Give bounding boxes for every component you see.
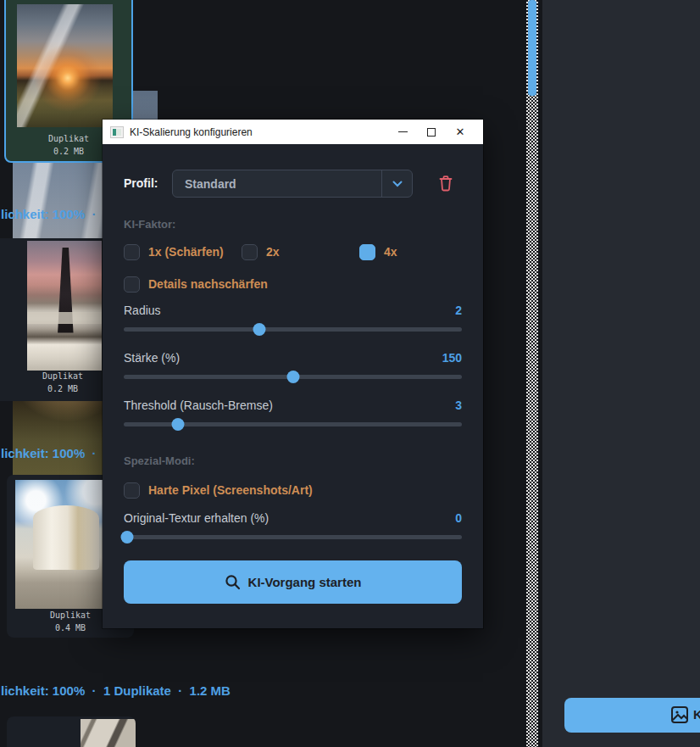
similarity-row-3: lichkeit: 100% · 1 Duplikate · 1.2 MB xyxy=(1,683,231,698)
strength-slider[interactable] xyxy=(124,375,462,379)
threshold-slider[interactable] xyxy=(124,422,462,426)
chevron-down-icon[interactable] xyxy=(381,170,412,197)
dialog-title: KI-Skalierung konfigurieren xyxy=(130,126,388,138)
radius-row: Radius 2 xyxy=(124,304,462,319)
checkbox-hard-pixel[interactable] xyxy=(124,482,140,499)
similarity-row-2: lichkeit: 100% · 1 xyxy=(1,446,110,460)
texture-label: Original-Textur erhalten (%) xyxy=(124,511,269,527)
factor-label-1x: 1x (Schärfen) xyxy=(148,245,224,259)
thumbnail-lighthouse-photo[interactable] xyxy=(27,241,102,371)
hard-pixel-option[interactable]: Harte Pixel (Screenshots/Art) xyxy=(124,482,313,499)
factor-label-4x: 4x xyxy=(384,245,397,259)
factor-option-4x[interactable]: 4x xyxy=(359,243,397,260)
radius-slider-thumb[interactable] xyxy=(253,323,265,336)
app-window-icon xyxy=(111,127,123,137)
scrollbar-track[interactable] xyxy=(526,0,538,747)
delete-profile-button[interactable] xyxy=(436,175,455,193)
texture-slider[interactable] xyxy=(124,535,462,539)
texture-value: 0 xyxy=(455,511,462,527)
app-window: Duplikat 0.2 MB lichkeit: 100% · 1 Dupli… xyxy=(0,0,700,747)
start-ki-process-button[interactable]: KI-Vorgang starten xyxy=(124,560,462,604)
image-icon xyxy=(669,705,690,727)
preview-panel xyxy=(542,0,700,747)
dialog-titlebar[interactable]: KI-Skalierung konfigurieren ✕ xyxy=(103,120,483,144)
profile-label: Profil: xyxy=(124,170,158,198)
threshold-value: 3 xyxy=(455,399,462,414)
factor-option-2x[interactable]: 2x xyxy=(242,243,280,260)
close-icon: ✕ xyxy=(456,126,465,137)
texture-row: Original-Textur erhalten (%) 0 xyxy=(124,511,462,527)
ki-action-label: K xyxy=(693,707,700,722)
checkbox-1x[interactable] xyxy=(124,244,140,260)
trash-icon xyxy=(438,181,453,194)
strength-slider-thumb[interactable] xyxy=(286,371,299,383)
start-ki-process-label: KI-Vorgang starten xyxy=(248,575,362,589)
search-icon xyxy=(225,574,241,590)
detail-sharpen-label: Details nachschärfen xyxy=(148,277,268,291)
threshold-slider-thumb[interactable] xyxy=(171,418,184,431)
duplicate-card-4[interactable] xyxy=(7,716,136,747)
thumbnail-beams-photo[interactable] xyxy=(81,719,136,747)
radius-label: Radius xyxy=(124,304,161,319)
threshold-label: Threshold (Rausch-Bremse) xyxy=(124,399,273,414)
ki-scaling-dialog: KI-Skalierung konfigurieren ✕ Profil: St… xyxy=(103,120,483,628)
profile-dropdown[interactable]: Standard xyxy=(172,170,413,198)
special-modes-section-label: Spezial-Modi: xyxy=(124,454,195,467)
ki-action-button[interactable]: K xyxy=(564,698,700,733)
radius-value: 2 xyxy=(455,304,462,319)
maximize-icon xyxy=(427,128,436,137)
factor-option-1x[interactable]: 1x (Schärfen) xyxy=(124,243,224,260)
checkbox-detail-sharpen[interactable] xyxy=(124,276,140,293)
texture-slider-thumb[interactable] xyxy=(120,531,133,544)
strength-label: Stärke (%) xyxy=(124,351,180,366)
maximize-button[interactable] xyxy=(417,121,446,143)
strength-row: Stärke (%) 150 xyxy=(124,351,462,366)
ki-factor-section-label: KI-Faktor: xyxy=(124,218,175,231)
hard-pixel-label: Harte Pixel (Screenshots/Art) xyxy=(148,483,313,497)
checkbox-2x[interactable] xyxy=(242,244,258,260)
thumbnail-sunset-photo[interactable] xyxy=(17,4,113,127)
minimize-button[interactable] xyxy=(388,121,417,143)
close-button[interactable]: ✕ xyxy=(446,121,475,143)
radius-slider[interactable] xyxy=(124,327,462,332)
factor-label-2x: 2x xyxy=(266,245,280,259)
minimize-icon xyxy=(398,131,408,133)
detail-sharpen-option[interactable]: Details nachschärfen xyxy=(124,276,268,293)
scrollbar-thumb[interactable] xyxy=(528,0,536,96)
profile-selected-value: Standard xyxy=(173,177,381,191)
strength-value: 150 xyxy=(442,351,462,366)
threshold-row: Threshold (Rausch-Bremse) 3 xyxy=(124,399,462,414)
checkbox-4x[interactable] xyxy=(359,244,375,260)
similarity-row-1: lichkeit: 100% · 1 xyxy=(1,207,110,221)
